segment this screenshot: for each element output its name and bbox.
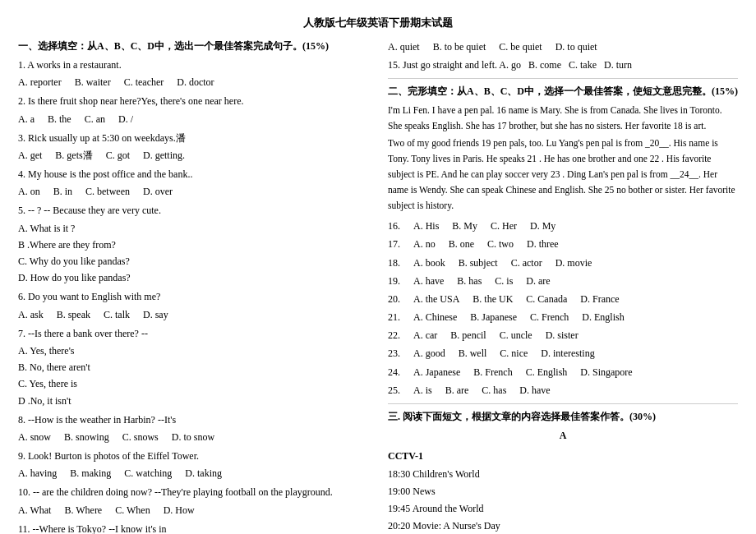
cctv-item-3: 20:20 Movie: A Nurse's Day: [388, 518, 738, 534]
section-divider: [388, 78, 738, 79]
passage-text: I'm Li Fen. I have a pen pal. 16 name is…: [388, 103, 738, 214]
section2-title: 二、完形填空：从A、B、C、D中，选择一个最佳答案，使短文意思完整。(15%): [388, 84, 738, 99]
section2-questions: 16. A. His B. My C. Her D. My 17. A. no …: [388, 219, 738, 398]
q18: 18. A. book B. subject C. actor D. movie: [388, 255, 738, 271]
page-title: 人教版七年级英语下册期末试题: [18, 15, 738, 32]
question-2: 2. Is there fruit shop near here?Yes, th…: [18, 94, 368, 127]
question-7: 7. --Is there a bank over there? -- A. Y…: [18, 326, 368, 409]
left-column: 一、选择填空：从A、B、C、D中，选出一个最佳答案完成句子。(15%) 1. A…: [18, 39, 368, 534]
cctv-item-2: 19:45 Around the World: [388, 501, 738, 517]
question-3: 3. Rick usually up at 5:30 on weekdays.潘…: [18, 131, 368, 163]
question-8: 8. --How is the weather in Harbin? --It'…: [18, 412, 368, 445]
q21: 21. A. Chinese B. Japanese C. French D. …: [388, 310, 738, 325]
cctv-schedule: CCTV-1 18:30 Children's World 19:00 News…: [388, 449, 738, 534]
q19: 19. A. have B. has C. is D. are: [388, 274, 738, 289]
cctv-header: CCTV-1: [388, 449, 738, 464]
section3-sub: A: [388, 428, 738, 444]
q14-options: A. quiet B. to be quiet C. be quiet D. t…: [388, 39, 738, 55]
q20: 20. A. the USA B. the UK C. Canada D. Fr…: [388, 292, 738, 307]
question-9: 9. Look! Burton is photos of the Eiffel …: [18, 449, 368, 481]
q25: 25. A. is B. are C. has D. have: [388, 383, 738, 398]
q23: 23. A. good B. well C. nice D. interesti…: [388, 346, 738, 361]
section1-title: 一、选择填空：从A、B、C、D中，选出一个最佳答案完成句子。(15%): [18, 39, 368, 54]
q17: 17. A. no B. one C. two D. three: [388, 237, 738, 252]
question-4: 4. My house is the post office and the b…: [18, 167, 368, 200]
q22: 22. A. car B. pencil C. uncle D. sister: [388, 328, 738, 343]
cctv-item-0: 18:30 Children's World: [388, 467, 738, 482]
question-10: 10. -- are the children doing now? --The…: [18, 485, 368, 518]
q16: 16. A. His B. My C. Her D. My: [388, 219, 738, 234]
q15: 15. Just go straight and left. A. go B. …: [388, 58, 738, 73]
q24: 24. A. Japanese B. French C. English D. …: [388, 365, 738, 380]
section3-title: 三. 阅读下面短文，根据文章的内容选择最佳答案作答。(30%): [388, 409, 738, 425]
question-1: 1. A works in a restaurant. A. reporter …: [18, 58, 368, 90]
question-6: 6. Do you want to English with me? A. as…: [18, 289, 368, 322]
section3-divider: [388, 403, 738, 404]
question-11: 11. --Where is Tokyo? --I know it's in A…: [18, 522, 368, 534]
right-column: A. quiet B. to be quiet C. be quiet D. t…: [388, 39, 738, 534]
question-5: 5. -- ? -- Because they are very cute. A…: [18, 203, 368, 286]
cctv-item-1: 19:00 News: [388, 484, 738, 499]
